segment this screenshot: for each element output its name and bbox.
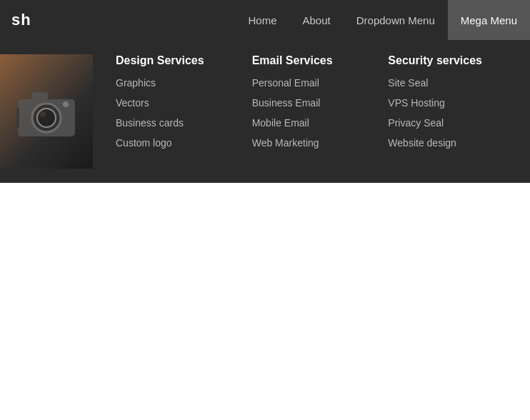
mega-col-design: Design Services Graphics Vectors Busines…	[110, 54, 246, 157]
navbar: sh Home About Dropdown Menu Mega Menu	[0, 0, 530, 40]
security-services-title: Security services	[388, 54, 513, 67]
nav-item-home[interactable]: Home	[236, 0, 290, 40]
email-services-title: Email Services	[252, 54, 377, 67]
email-item-3[interactable]: Web Marketing	[252, 137, 377, 149]
email-item-1[interactable]: Business Email	[252, 97, 377, 109]
camera-icon	[14, 79, 79, 144]
mega-col-security: Security services Site Seal VPS Hosting …	[382, 54, 519, 157]
mega-menu-image	[0, 54, 93, 169]
security-item-0[interactable]: Site Seal	[388, 77, 513, 89]
design-services-title: Design Services	[116, 54, 241, 67]
svg-point-5	[63, 101, 69, 107]
nav-item-dropdown[interactable]: Dropdown Menu	[344, 0, 448, 40]
design-item-1[interactable]: Vectors	[116, 97, 241, 109]
nav-links: Home About Dropdown Menu Mega Menu	[236, 0, 531, 40]
mega-col-email: Email Services Personal Email Business E…	[246, 54, 383, 157]
email-item-0[interactable]: Personal Email	[252, 77, 377, 89]
brand-name: sh	[11, 11, 31, 29]
email-item-2[interactable]: Mobile Email	[252, 117, 377, 129]
security-item-2[interactable]: Privacy Seal	[388, 117, 513, 129]
svg-point-3	[40, 111, 46, 117]
design-item-3[interactable]: Custom logo	[116, 137, 241, 149]
design-item-2[interactable]: Business cards	[116, 117, 241, 129]
design-item-0[interactable]: Graphics	[116, 77, 241, 89]
svg-point-2	[37, 109, 56, 127]
nav-item-about[interactable]: About	[290, 0, 344, 40]
mega-menu-dropdown: Design Services Graphics Vectors Busines…	[0, 40, 530, 183]
svg-rect-4	[32, 92, 48, 101]
nav-item-mega[interactable]: Mega Menu	[448, 0, 530, 40]
security-item-3[interactable]: Website design	[388, 137, 513, 149]
security-item-1[interactable]: VPS Hosting	[388, 97, 513, 109]
